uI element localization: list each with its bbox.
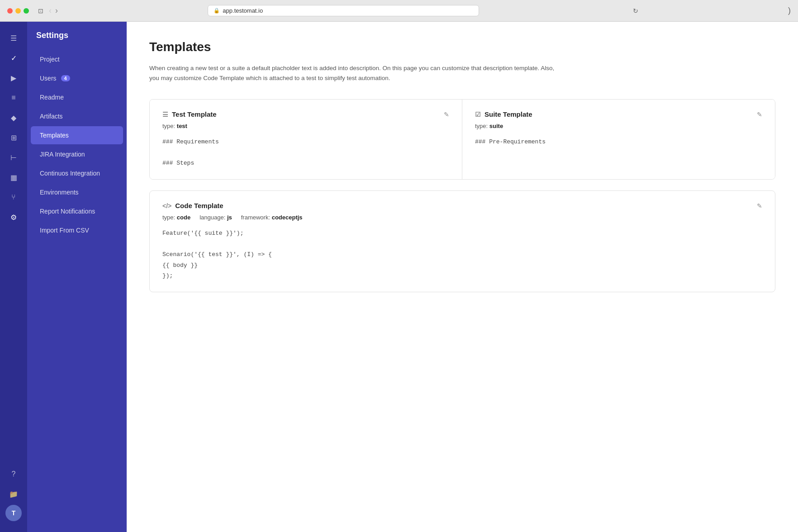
code-type-meta: type: code <box>162 214 190 221</box>
rail-play-icon[interactable]: ▶ <box>5 69 23 87</box>
sidebar-item-jira[interactable]: JIRA Integration <box>31 145 123 163</box>
code-template-card: </> Code Template ✎ type: code language:… <box>150 191 775 292</box>
test-type-label: type: <box>162 123 175 129</box>
test-template-header: ☰ Test Template ✎ <box>162 110 449 118</box>
sidebar-label-jira: JIRA Integration <box>40 151 85 158</box>
settings-sidebar: Settings Project Users 4 Readme Artifact… <box>27 22 127 532</box>
sidebar-label-readme: Readme <box>40 94 64 101</box>
more-options-icon[interactable]: ) <box>788 6 791 15</box>
sidebar-item-ci[interactable]: Continuos Integration <box>31 164 123 182</box>
rail-chart-icon[interactable]: ▦ <box>5 168 23 186</box>
suite-template-body: ### Pre-Requirements <box>475 137 762 147</box>
suite-template-card: ☑ Suite Template ✎ type: suite ### Pre-R… <box>462 100 775 179</box>
sidebar-item-artifacts[interactable]: Artifacts <box>31 107 123 125</box>
suite-template-title: ☑ Suite Template <box>475 110 532 118</box>
rail-diamond-icon[interactable]: ◆ <box>5 109 23 127</box>
sidebar-toggle-icon[interactable]: ⊡ <box>38 7 43 14</box>
sidebar-label-import-csv: Import From CSV <box>40 227 89 234</box>
close-button[interactable] <box>7 8 13 14</box>
sidebar-item-import-csv[interactable]: Import From CSV <box>31 221 123 239</box>
code-template-title-text: Code Template <box>175 202 223 209</box>
minimize-button[interactable] <box>15 8 21 14</box>
code-template-header: </> Code Template ✎ <box>162 202 762 209</box>
code-template-edit-icon[interactable]: ✎ <box>757 202 762 209</box>
sidebar-label-users: Users <box>40 75 57 82</box>
rail-folder-icon[interactable]: 📁 <box>5 485 23 503</box>
sidebar-label-project: Project <box>40 56 60 63</box>
suite-template-edit-icon[interactable]: ✎ <box>757 111 762 118</box>
suite-template-meta: type: suite <box>475 123 762 129</box>
code-template-meta: type: code language: js framework: codec… <box>162 214 762 221</box>
suite-template-header: ☑ Suite Template ✎ <box>475 110 762 118</box>
suite-type-label: type: <box>475 123 488 129</box>
back-button[interactable]: ‹ <box>49 6 52 15</box>
rail-list-icon[interactable]: ≡ <box>5 89 23 107</box>
rail-menu-icon[interactable]: ☰ <box>5 29 23 47</box>
rail-check-icon[interactable]: ✓ <box>5 49 23 67</box>
url-text: app.testomat.io <box>223 7 263 14</box>
test-type-value: test <box>177 123 187 129</box>
sidebar-label-artifacts: Artifacts <box>40 113 63 120</box>
main-content: Templates When creating a new test or a … <box>127 22 798 532</box>
rail-help-icon[interactable]: ? <box>5 465 23 483</box>
suite-template-title-text: Suite Template <box>484 110 532 118</box>
sidebar-item-environments[interactable]: Environments <box>31 183 123 201</box>
rail-layers-icon[interactable]: ⊞ <box>5 128 23 147</box>
code-framework-meta: framework: codeceptjs <box>241 214 303 221</box>
test-template-meta: type: test <box>162 123 449 129</box>
templates-grid: ☰ Test Template ✎ type: test ### Require… <box>149 99 775 180</box>
sidebar-label-report-notifications: Report Notifications <box>40 208 95 215</box>
maximize-button[interactable] <box>24 8 29 14</box>
app-layout: ☰ ✓ ▶ ≡ ◆ ⊞ ⊢ ▦ ⑂ ⚙ ? 📁 T Settings Proje… <box>0 22 798 532</box>
settings-title: Settings <box>27 31 127 49</box>
sidebar-item-users[interactable]: Users 4 <box>31 69 123 87</box>
sidebar-label-templates: Templates <box>40 132 69 139</box>
code-template-body: Feature('{{ suite }}'); Scenario('{{ tes… <box>162 228 762 281</box>
browser-nav: ‹ › <box>49 6 58 15</box>
page-description: When creating a new test or a suite a de… <box>149 63 556 83</box>
sidebar-item-project[interactable]: Project <box>31 50 123 68</box>
code-template-title: </> Code Template <box>162 202 223 209</box>
sidebar-label-ci: Continuos Integration <box>40 170 100 177</box>
test-template-card: ☰ Test Template ✎ type: test ### Require… <box>150 100 462 179</box>
suite-type-value: suite <box>489 123 503 129</box>
avatar[interactable]: T <box>5 505 22 521</box>
code-template-container: </> Code Template ✎ type: code language:… <box>149 190 775 292</box>
users-badge: 4 <box>61 75 70 81</box>
test-template-icon: ☰ <box>162 111 168 118</box>
sidebar-label-environments: Environments <box>40 189 79 196</box>
test-template-title: ☰ Test Template <box>162 110 217 118</box>
reload-button[interactable]: ↻ <box>633 7 638 14</box>
suite-template-icon: ☑ <box>475 111 481 118</box>
sidebar-item-readme[interactable]: Readme <box>31 88 123 106</box>
lock-icon: 🔒 <box>214 8 220 14</box>
code-language-meta: language: js <box>200 214 232 221</box>
sidebar-item-report-notifications[interactable]: Report Notifications <box>31 202 123 220</box>
sidebar-item-templates[interactable]: Templates <box>31 126 123 144</box>
test-template-title-text: Test Template <box>172 110 217 118</box>
code-template-icon: </> <box>162 202 171 209</box>
address-bar[interactable]: 🔒 app.testomat.io <box>208 5 479 16</box>
rail-settings-icon[interactable]: ⚙ <box>5 208 23 226</box>
browser-chrome: ⊡ ‹ › 🔒 app.testomat.io ↻ ) <box>0 0 798 22</box>
icon-rail: ☰ ✓ ▶ ≡ ◆ ⊞ ⊢ ▦ ⑂ ⚙ ? 📁 T <box>0 22 27 532</box>
page-title: Templates <box>149 40 775 54</box>
test-template-body: ### Requirements ### Steps <box>162 137 449 168</box>
traffic-lights <box>7 8 29 14</box>
rail-import-icon[interactable]: ⊢ <box>5 148 23 166</box>
forward-button[interactable]: › <box>55 6 58 15</box>
test-template-edit-icon[interactable]: ✎ <box>444 111 449 118</box>
rail-branch-icon[interactable]: ⑂ <box>5 188 23 206</box>
